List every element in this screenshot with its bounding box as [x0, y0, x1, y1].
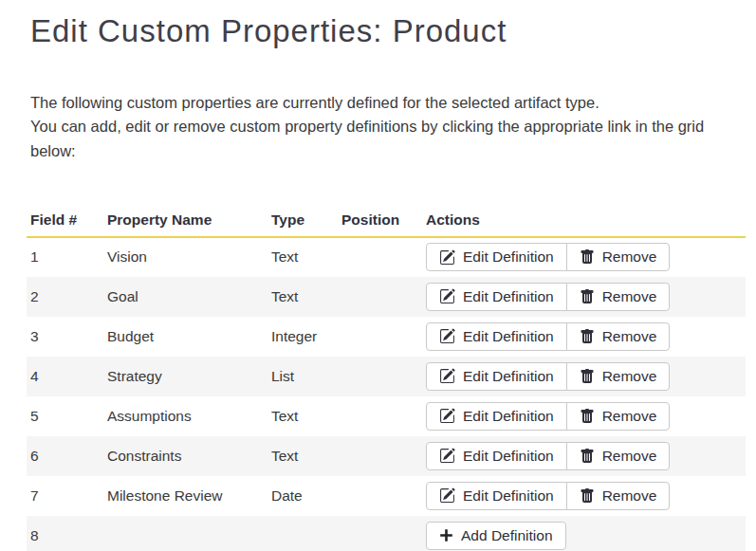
trash-icon [580, 249, 595, 265]
edit-definition-button-label: Edit Definition [463, 368, 554, 385]
column-header-property-name: Property Name [103, 207, 267, 237]
field-number-cell: 7 [27, 476, 103, 516]
table-row: 5 Assumptions Text Edit Definition Remov… [27, 396, 746, 436]
edit-definition-button[interactable]: Edit Definition [426, 362, 567, 391]
property-type-cell [267, 516, 338, 551]
add-definition-button[interactable]: Add Definition [426, 522, 566, 550]
intro-line-1: The following custom properties are curr… [30, 91, 737, 115]
remove-button-label: Remove [602, 487, 657, 505]
trash-icon [580, 449, 595, 464]
remove-button[interactable]: Remove [566, 243, 671, 271]
pencil-square-icon [439, 408, 455, 424]
remove-button[interactable]: Remove [566, 482, 671, 510]
edit-definition-button[interactable]: Edit Definition [426, 442, 567, 470]
add-definition-button-label: Add Definition [461, 527, 553, 544]
row-action-group: Edit Definition Remove [426, 322, 670, 351]
row-action-group: Edit Definition Remove [426, 482, 670, 510]
actions-cell: Edit Definition Remove [422, 237, 746, 277]
trash-icon [580, 488, 595, 504]
edit-definition-button-label: Edit Definition [463, 248, 554, 266]
pencil-square-icon [439, 328, 455, 344]
actions-cell: Edit Definition Remove [422, 436, 746, 476]
remove-button-label: Remove [602, 408, 657, 425]
column-header-type: Type [267, 207, 338, 237]
field-number-cell: 6 [27, 436, 103, 476]
remove-button-label: Remove [602, 448, 657, 465]
property-type-cell: List [267, 357, 338, 396]
edit-definition-button-label: Edit Definition [463, 288, 554, 305]
intro-text: The following custom properties are curr… [30, 91, 737, 163]
remove-button[interactable]: Remove [566, 283, 671, 311]
property-name-cell: Budget [103, 317, 267, 357]
edit-definition-button[interactable]: Edit Definition [426, 243, 567, 271]
field-number-cell: 3 [27, 317, 103, 357]
table-row: 3 Budget Integer Edit Definition Remove [27, 317, 746, 357]
table-body: 1 Vision Text Edit Definition Remove 2 G… [27, 237, 746, 551]
property-position-cell [338, 476, 422, 516]
property-type-cell: Text [267, 436, 338, 476]
property-position-cell [338, 277, 422, 317]
plus-icon [439, 528, 453, 542]
remove-button-label: Remove [602, 328, 657, 345]
field-number-cell: 1 [27, 237, 103, 277]
actions-cell: Edit Definition Remove [422, 357, 746, 396]
table-row: 1 Vision Text Edit Definition Remove [27, 237, 746, 277]
property-position-cell [338, 317, 422, 357]
edit-definition-button[interactable]: Edit Definition [426, 402, 567, 431]
remove-button[interactable]: Remove [566, 442, 671, 470]
column-header-position: Position [338, 207, 422, 237]
trash-icon [580, 289, 595, 304]
remove-button[interactable]: Remove [566, 322, 671, 351]
table-row: 4 Strategy List Edit Definition Remove [27, 357, 746, 396]
page-title: Edit Custom Properties: Product [30, 13, 747, 49]
property-type-cell: Integer [267, 317, 338, 357]
row-action-group: Edit Definition Remove [426, 362, 670, 391]
property-name-cell: Vision [103, 237, 267, 277]
field-number-cell: 4 [27, 357, 103, 396]
custom-properties-table: Field # Property Name Type Position Acti… [27, 207, 746, 551]
property-name-cell: Assumptions [103, 396, 267, 436]
row-action-group: Edit Definition Remove [426, 442, 670, 470]
column-header-field-number: Field # [27, 207, 103, 237]
actions-cell: Add Definition [422, 516, 746, 551]
property-name-cell: Milestone Review [103, 476, 267, 516]
row-action-group: Edit Definition Remove [426, 402, 670, 431]
table-row: 8 Add Definition [27, 516, 746, 551]
remove-button-label: Remove [602, 368, 657, 385]
pencil-square-icon [439, 487, 455, 504]
actions-cell: Edit Definition Remove [422, 476, 746, 516]
actions-cell: Edit Definition Remove [422, 317, 746, 357]
edit-definition-button-label: Edit Definition [463, 328, 554, 345]
column-header-actions: Actions [422, 207, 746, 237]
property-position-cell [338, 396, 422, 436]
actions-cell: Edit Definition Remove [422, 396, 746, 436]
table-row: 7 Milestone Review Date Edit Definition … [27, 476, 746, 516]
row-action-group: Edit Definition Remove [426, 283, 670, 311]
remove-button-label: Remove [602, 248, 657, 266]
field-number-cell: 5 [27, 396, 103, 436]
actions-cell: Edit Definition Remove [422, 277, 746, 317]
remove-button-label: Remove [602, 288, 657, 305]
property-name-cell: Constraints [103, 436, 267, 476]
trash-icon [580, 329, 595, 344]
property-position-cell [338, 237, 422, 277]
edit-definition-button[interactable]: Edit Definition [426, 283, 567, 311]
table-header-row: Field # Property Name Type Position Acti… [27, 207, 746, 237]
table-row: 2 Goal Text Edit Definition Remove [27, 277, 746, 317]
remove-button[interactable]: Remove [566, 402, 671, 431]
edit-definition-button[interactable]: Edit Definition [426, 322, 567, 351]
property-position-cell [338, 516, 422, 551]
property-position-cell [338, 357, 422, 396]
edit-definition-button-label: Edit Definition [463, 408, 554, 425]
table-row: 6 Constraints Text Edit Definition Remov… [27, 436, 746, 476]
edit-definition-button-label: Edit Definition [463, 487, 554, 505]
property-type-cell: Text [267, 396, 338, 436]
intro-line-2: You can add, edit or remove custom prope… [30, 115, 737, 163]
property-name-cell: Strategy [103, 357, 267, 396]
pencil-square-icon [439, 448, 455, 464]
remove-button[interactable]: Remove [566, 362, 671, 391]
property-name-cell: Goal [103, 277, 267, 317]
pencil-square-icon [439, 288, 455, 304]
property-type-cell: Text [267, 277, 338, 317]
edit-definition-button[interactable]: Edit Definition [426, 482, 567, 510]
